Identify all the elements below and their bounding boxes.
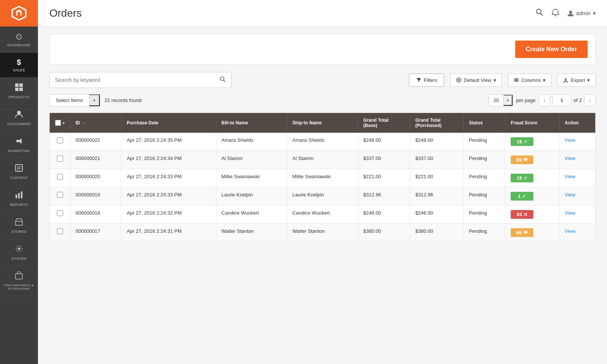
svg-line-16 — [540, 13, 543, 16]
select-items-dropdown[interactable]: ▾ — [89, 94, 100, 106]
row-checkbox[interactable] — [57, 192, 63, 198]
svg-rect-9 — [16, 195, 17, 198]
header-id[interactable]: ID ↑ — [70, 113, 121, 133]
prev-page-button[interactable]: ‹ — [539, 94, 550, 106]
svg-rect-11 — [21, 191, 22, 198]
row-purchase-date: Apr 27, 2016 2:24:32 PM — [121, 206, 216, 224]
per-page-dropdown[interactable]: ▾ — [503, 95, 513, 106]
row-status: Pending — [464, 206, 505, 224]
admin-dropdown-icon: ▾ — [593, 10, 596, 16]
search-box — [49, 72, 231, 88]
header-actions: admin ▾ — [535, 8, 596, 18]
products-icon — [15, 83, 23, 94]
select-all-checkbox[interactable] — [55, 120, 61, 126]
row-action: View — [559, 151, 595, 169]
row-checkbox-cell — [50, 206, 70, 224]
view-link[interactable]: View — [565, 155, 576, 161]
export-button[interactable]: Export ▾ — [557, 74, 596, 87]
row-purchase-date: Apr 27, 2016 2:24:33 PM — [121, 187, 216, 206]
search-input[interactable] — [50, 73, 214, 87]
page-content: Create New Order Filters Default View ▾ — [38, 27, 607, 364]
search-icon[interactable] — [535, 8, 544, 18]
row-fraud-score: 15 ✓ — [505, 169, 559, 187]
sidebar-item-system[interactable]: System — [0, 239, 38, 266]
page-header: Orders admin ▾ — [38, 0, 607, 27]
total-pages: of 2 — [574, 97, 582, 103]
notifications-icon[interactable] — [551, 8, 560, 18]
row-checkbox-cell — [50, 187, 70, 206]
svg-rect-2 — [15, 88, 19, 91]
sidebar-item-label: Content — [10, 176, 28, 180]
sidebar-item-partners[interactable]: Find Partners & Extensions — [0, 266, 38, 296]
header-bill-to[interactable]: Bill-to Name — [216, 113, 287, 133]
row-checkbox[interactable] — [57, 228, 63, 234]
view-link[interactable]: View — [565, 210, 576, 216]
current-page-input[interactable] — [552, 94, 571, 106]
columns-button[interactable]: Columns ▾ — [508, 74, 551, 87]
next-page-button[interactable]: › — [584, 94, 596, 106]
select-items-button[interactable]: Select Items — [50, 94, 89, 106]
row-status: Pending — [464, 187, 505, 206]
row-grand-total-base: $312.96 — [358, 187, 410, 206]
sidebar-logo — [0, 0, 38, 27]
search-filter-bar: Filters Default View ▾ Columns ▾ Export … — [49, 72, 596, 88]
sidebar-item-marketing[interactable]: Marketing — [0, 132, 38, 158]
header-grand-total-purchased[interactable]: Grand Total(Purchased) — [410, 113, 463, 133]
row-checkbox[interactable] — [57, 137, 63, 143]
row-ship-to: Al Stamm — [287, 151, 358, 169]
svg-point-21 — [458, 79, 459, 81]
filters-label: Filters — [424, 77, 437, 83]
header-checkbox-dropdown[interactable]: ▾ — [63, 121, 64, 125]
view-link[interactable]: View — [565, 228, 576, 234]
header-fraud-score[interactable]: Fraud Score — [505, 113, 559, 133]
row-grand-total-base: $221.00 — [358, 169, 410, 187]
sidebar-item-customers[interactable]: Customers — [0, 105, 38, 132]
view-link[interactable]: View — [565, 192, 576, 198]
records-count: 22 records found — [105, 97, 142, 103]
export-chevron-icon: ▾ — [587, 77, 590, 83]
header-purchase-date[interactable]: Purchase Date — [121, 113, 216, 133]
sidebar-item-label: Dashboard — [7, 43, 31, 47]
pagination: ‹ of 2 › — [539, 94, 596, 106]
row-grand-total-base: $337.00 — [358, 151, 410, 169]
row-grand-total-purchased: $380.00 — [410, 224, 463, 242]
sidebar-item-products[interactable]: Products — [0, 78, 38, 105]
sidebar: ⊙ Dashboard $ Sales Products Customers M… — [0, 0, 38, 364]
table-header-row: ▾ ID ↑ Purchase Date Bill-to Name Ship-t… — [50, 113, 596, 133]
sidebar-item-sales[interactable]: $ Sales — [0, 53, 38, 78]
marketing-icon — [15, 137, 23, 147]
row-ship-to: Laurie Koelpin — [287, 187, 358, 206]
action-bar: Create New Order — [49, 34, 596, 64]
row-checkbox[interactable] — [57, 155, 63, 162]
view-link[interactable]: View — [565, 174, 576, 179]
row-checkbox[interactable] — [57, 210, 63, 216]
admin-menu[interactable]: admin ▾ — [567, 10, 596, 17]
filters-button[interactable]: Filters — [409, 74, 444, 87]
table-row: 000000017 Apr 27, 2016 2:24:31 PM Walter… — [50, 224, 596, 242]
sidebar-item-reports[interactable]: Reports — [0, 185, 38, 212]
row-ship-to: Amara Shields — [287, 133, 358, 151]
search-submit-button[interactable] — [214, 72, 231, 88]
svg-point-17 — [569, 11, 572, 14]
row-ship-to: Candice Wuckert — [287, 206, 358, 224]
header-status[interactable]: Status — [464, 113, 505, 133]
sidebar-item-dashboard[interactable]: ⊙ Dashboard — [0, 27, 38, 53]
sidebar-item-label: Marketing — [8, 149, 30, 153]
svg-point-13 — [18, 248, 20, 250]
header-checkbox-col: ▾ — [50, 113, 70, 133]
row-bill-to: Candice Wuckert — [216, 206, 287, 224]
row-fraud-score: 69 👁 — [505, 151, 559, 169]
view-link[interactable]: View — [565, 137, 576, 143]
row-grand-total-purchased: $312.96 — [410, 187, 463, 206]
sidebar-item-stores[interactable]: Stores — [0, 212, 38, 239]
row-checkbox-cell — [50, 151, 70, 169]
create-new-order-button[interactable]: Create New Order — [515, 41, 588, 58]
sidebar-item-label: Reports — [10, 203, 28, 207]
header-grand-total-base[interactable]: Grand Total(Base) — [358, 113, 410, 133]
row-checkbox[interactable] — [57, 174, 63, 180]
header-ship-to[interactable]: Ship-to Name — [287, 113, 358, 133]
table-row: 000000022 Apr 27, 2016 2:24:35 PM Amara … — [50, 133, 596, 151]
default-view-button[interactable]: Default View ▾ — [450, 74, 502, 87]
sidebar-item-label: Stores — [11, 230, 27, 234]
sidebar-item-content[interactable]: Content — [0, 158, 38, 185]
